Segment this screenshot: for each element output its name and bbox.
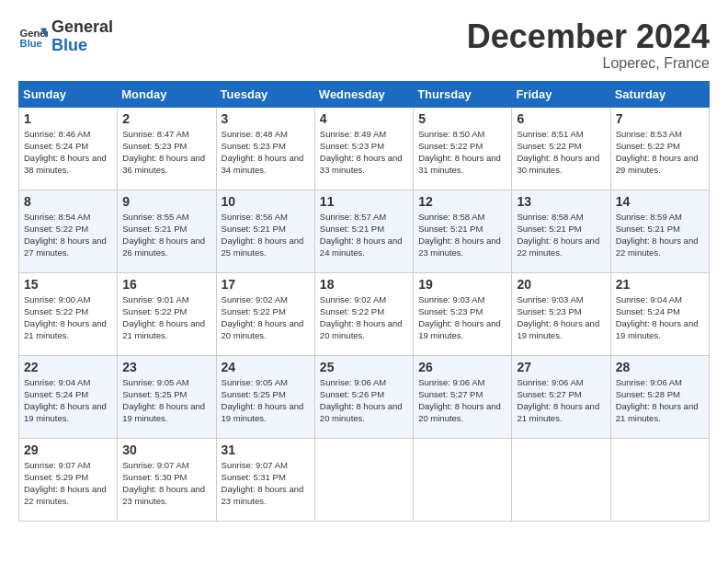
day-number: 14 (616, 194, 704, 209)
calendar-body: 1 Sunrise: 8:46 AMSunset: 5:24 PMDayligh… (19, 107, 710, 521)
weekday-header-friday: Friday (512, 81, 610, 107)
calendar-cell: 17 Sunrise: 9:02 AMSunset: 5:22 PMDaylig… (216, 272, 314, 355)
calendar-cell: 29 Sunrise: 9:07 AMSunset: 5:29 PMDaylig… (19, 438, 118, 521)
day-number: 10 (222, 194, 310, 209)
calendar-header-row: SundayMondayTuesdayWednesdayThursdayFrid… (19, 81, 710, 107)
calendar-cell: 19 Sunrise: 9:03 AMSunset: 5:23 PMDaylig… (414, 272, 512, 355)
weekday-header-wednesday: Wednesday (314, 81, 413, 107)
day-info: Sunrise: 9:06 AMSunset: 5:28 PMDaylight:… (616, 376, 704, 425)
day-number: 15 (24, 277, 112, 292)
day-number: 26 (418, 360, 506, 374)
calendar-cell: 10 Sunrise: 8:56 AMSunset: 5:21 PMDaylig… (216, 190, 314, 272)
calendar-week-2: 8 Sunrise: 8:54 AMSunset: 5:22 PMDayligh… (19, 190, 710, 272)
calendar-cell: 24 Sunrise: 9:05 AMSunset: 5:25 PMDaylig… (216, 355, 314, 438)
day-number: 24 (222, 360, 310, 374)
day-info: Sunrise: 9:02 AMSunset: 5:22 PMDaylight:… (320, 293, 408, 342)
day-info: Sunrise: 9:00 AMSunset: 5:22 PMDaylight:… (24, 293, 112, 342)
calendar-cell: 26 Sunrise: 9:06 AMSunset: 5:27 PMDaylig… (414, 355, 512, 438)
day-number: 29 (24, 442, 112, 457)
day-number: 17 (222, 277, 310, 292)
calendar-cell: 5 Sunrise: 8:50 AMSunset: 5:22 PMDayligh… (414, 107, 512, 190)
calendar-table: SundayMondayTuesdayWednesdayThursdayFrid… (18, 81, 710, 522)
day-number: 21 (616, 277, 704, 292)
calendar-cell: 20 Sunrise: 9:03 AMSunset: 5:23 PMDaylig… (512, 272, 610, 355)
day-info: Sunrise: 9:07 AMSunset: 5:31 PMDaylight:… (222, 459, 310, 508)
day-info: Sunrise: 8:56 AMSunset: 5:21 PMDaylight:… (222, 211, 310, 259)
calendar-week-4: 22 Sunrise: 9:04 AMSunset: 5:24 PMDaylig… (19, 355, 710, 438)
day-info: Sunrise: 9:05 AMSunset: 5:25 PMDaylight:… (222, 376, 310, 425)
day-info: Sunrise: 8:58 AMSunset: 5:21 PMDaylight:… (418, 211, 506, 259)
day-info: Sunrise: 9:06 AMSunset: 5:27 PMDaylight:… (517, 376, 605, 425)
calendar-cell: 11 Sunrise: 8:57 AMSunset: 5:21 PMDaylig… (314, 190, 413, 272)
day-info: Sunrise: 9:04 AMSunset: 5:24 PMDaylight:… (616, 293, 704, 342)
day-number: 11 (320, 194, 408, 209)
logo: General Blue General Blue (18, 18, 113, 55)
weekday-header-tuesday: Tuesday (216, 81, 314, 107)
day-info: Sunrise: 9:03 AMSunset: 5:23 PMDaylight:… (418, 293, 506, 342)
calendar-cell: 6 Sunrise: 8:51 AMSunset: 5:22 PMDayligh… (512, 107, 610, 190)
day-info: Sunrise: 8:46 AMSunset: 5:24 PMDaylight:… (24, 128, 112, 177)
day-number: 3 (222, 111, 310, 126)
calendar-cell (414, 438, 512, 521)
day-number: 7 (616, 111, 704, 126)
calendar-cell: 14 Sunrise: 8:59 AMSunset: 5:21 PMDaylig… (610, 190, 709, 272)
day-info: Sunrise: 9:04 AMSunset: 5:24 PMDaylight:… (24, 376, 112, 425)
calendar-cell: 25 Sunrise: 9:06 AMSunset: 5:26 PMDaylig… (314, 355, 413, 438)
day-info: Sunrise: 9:01 AMSunset: 5:22 PMDaylight:… (122, 293, 210, 342)
day-info: Sunrise: 8:49 AMSunset: 5:23 PMDaylight:… (320, 128, 408, 177)
day-info: Sunrise: 9:05 AMSunset: 5:25 PMDaylight:… (122, 376, 210, 425)
day-number: 20 (517, 277, 605, 292)
calendar-cell: 8 Sunrise: 8:54 AMSunset: 5:22 PMDayligh… (19, 190, 118, 272)
calendar-week-5: 29 Sunrise: 9:07 AMSunset: 5:29 PMDaylig… (19, 438, 710, 521)
day-number: 1 (24, 111, 112, 126)
calendar-cell: 12 Sunrise: 8:58 AMSunset: 5:21 PMDaylig… (414, 190, 512, 272)
calendar-cell: 30 Sunrise: 9:07 AMSunset: 5:30 PMDaylig… (118, 438, 216, 521)
day-number: 28 (616, 360, 704, 374)
calendar-cell (314, 438, 413, 521)
title-area: December 2024 Loperec, France (467, 18, 710, 72)
day-info: Sunrise: 8:47 AMSunset: 5:23 PMDaylight:… (122, 128, 210, 177)
weekday-header-monday: Monday (118, 81, 216, 107)
day-info: Sunrise: 8:58 AMSunset: 5:21 PMDaylight:… (517, 211, 605, 259)
day-number: 8 (24, 194, 112, 209)
location: Loperec, France (467, 55, 710, 72)
day-info: Sunrise: 8:50 AMSunset: 5:22 PMDaylight:… (418, 128, 506, 177)
calendar-cell: 31 Sunrise: 9:07 AMSunset: 5:31 PMDaylig… (216, 438, 314, 521)
day-number: 13 (517, 194, 605, 209)
svg-text:Blue: Blue (20, 38, 42, 49)
day-number: 27 (517, 360, 605, 374)
calendar-week-3: 15 Sunrise: 9:00 AMSunset: 5:22 PMDaylig… (19, 272, 710, 355)
day-number: 18 (320, 277, 408, 292)
calendar-cell: 1 Sunrise: 8:46 AMSunset: 5:24 PMDayligh… (19, 107, 118, 190)
calendar-cell: 7 Sunrise: 8:53 AMSunset: 5:22 PMDayligh… (610, 107, 709, 190)
calendar-cell: 15 Sunrise: 9:00 AMSunset: 5:22 PMDaylig… (19, 272, 118, 355)
calendar-cell: 27 Sunrise: 9:06 AMSunset: 5:27 PMDaylig… (512, 355, 610, 438)
day-number: 19 (418, 277, 506, 292)
page-header: General Blue General Blue December 2024 … (18, 18, 710, 72)
calendar-cell (512, 438, 610, 521)
day-number: 16 (122, 277, 210, 292)
day-number: 25 (320, 360, 408, 374)
day-info: Sunrise: 9:07 AMSunset: 5:29 PMDaylight:… (24, 459, 112, 508)
day-number: 6 (517, 111, 605, 126)
calendar-cell: 23 Sunrise: 9:05 AMSunset: 5:25 PMDaylig… (118, 355, 216, 438)
day-info: Sunrise: 9:06 AMSunset: 5:27 PMDaylight:… (418, 376, 506, 425)
logo-text: General Blue (51, 18, 113, 55)
calendar-cell: 18 Sunrise: 9:02 AMSunset: 5:22 PMDaylig… (314, 272, 413, 355)
weekday-header-saturday: Saturday (610, 81, 709, 107)
calendar-week-1: 1 Sunrise: 8:46 AMSunset: 5:24 PMDayligh… (19, 107, 710, 190)
day-info: Sunrise: 8:51 AMSunset: 5:22 PMDaylight:… (517, 128, 605, 177)
day-info: Sunrise: 9:03 AMSunset: 5:23 PMDaylight:… (517, 293, 605, 342)
logo-icon: General Blue (18, 22, 48, 52)
month-title: December 2024 (467, 18, 710, 55)
calendar-cell: 16 Sunrise: 9:01 AMSunset: 5:22 PMDaylig… (118, 272, 216, 355)
day-number: 9 (122, 194, 210, 209)
day-number: 12 (418, 194, 506, 209)
calendar-cell: 22 Sunrise: 9:04 AMSunset: 5:24 PMDaylig… (19, 355, 118, 438)
weekday-header-thursday: Thursday (414, 81, 512, 107)
weekday-header-sunday: Sunday (19, 81, 118, 107)
day-info: Sunrise: 9:06 AMSunset: 5:26 PMDaylight:… (320, 376, 408, 425)
day-info: Sunrise: 8:59 AMSunset: 5:21 PMDaylight:… (616, 211, 704, 259)
day-number: 2 (122, 111, 210, 126)
day-number: 4 (320, 111, 408, 126)
